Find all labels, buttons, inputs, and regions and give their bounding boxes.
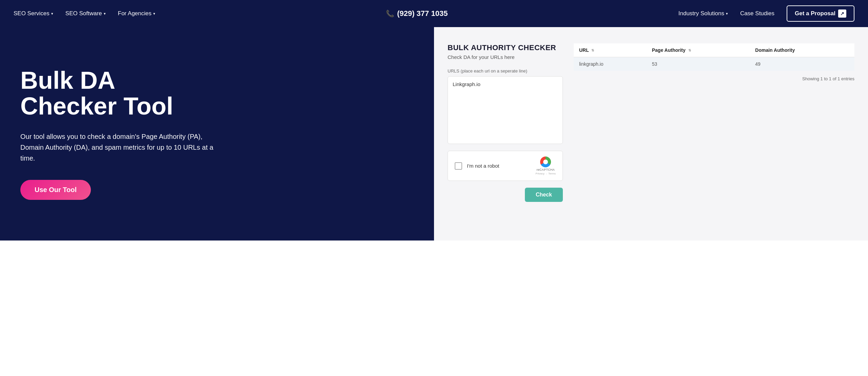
proposal-btn-label: Get a Proposal: [795, 10, 835, 17]
chevron-down-icon: ▾: [51, 12, 53, 16]
chevron-down-icon: ▾: [104, 12, 106, 16]
nav-industry-solutions[interactable]: Industry Solutions ▾: [678, 10, 728, 17]
hero-title: Bulk DAChecker Tool: [20, 68, 414, 119]
nav-seo-software[interactable]: SEO Software ▾: [65, 10, 106, 17]
recaptcha-privacy[interactable]: Privacy: [536, 172, 545, 175]
recaptcha-icon: [540, 156, 551, 167]
captcha-label: I'm not a robot: [467, 163, 531, 169]
results-table: URL ⇅ Page Authority ⇅ Domain Authority: [574, 43, 854, 71]
arrow-icon: ↗: [838, 9, 846, 18]
nav-left: SEO Services ▾ SEO Software ▾ For Agenci…: [14, 10, 155, 17]
recaptcha-terms[interactable]: Terms: [548, 172, 556, 175]
hero-left: Bulk DAChecker Tool Our tool allows you …: [0, 27, 434, 241]
captcha-checkbox[interactable]: [455, 162, 462, 170]
col-domain-authority-label: Domain Authority: [755, 47, 795, 53]
col-page-authority-label: Page Authority: [652, 47, 686, 53]
col-page-authority[interactable]: Page Authority ⇅: [647, 43, 750, 57]
col-url-label: URL: [579, 47, 589, 53]
table-header: URL ⇅ Page Authority ⇅ Domain Authority: [574, 43, 854, 57]
tool-subtitle: Check DA for your URLs here: [448, 54, 563, 60]
use-our-tool-button[interactable]: Use Our Tool: [20, 180, 91, 200]
cta-label: Use Our Tool: [35, 186, 77, 193]
nav-case-studies[interactable]: Case Studies: [740, 10, 774, 17]
col-url[interactable]: URL ⇅: [574, 43, 647, 57]
check-label: Check: [536, 192, 552, 197]
sort-arrow-pa: ⇅: [688, 49, 691, 52]
showing-entries: Showing 1 to 1 of 1 entries: [574, 76, 854, 81]
cell-page-authority: 53: [647, 57, 750, 71]
nav-seo-services-label: SEO Services: [14, 10, 50, 17]
navbar: SEO Services ▾ SEO Software ▾ For Agenci…: [0, 0, 868, 27]
recaptcha-inner: [543, 160, 548, 164]
phone-number: (929) 377 1035: [397, 9, 448, 18]
hero-section: Bulk DAChecker Tool Our tool allows you …: [0, 27, 868, 241]
nav-seo-software-label: SEO Software: [65, 10, 102, 17]
nav-industry-solutions-label: Industry Solutions: [678, 10, 724, 17]
get-proposal-button[interactable]: Get a Proposal ↗: [787, 5, 854, 22]
urls-textarea[interactable]: [448, 76, 563, 144]
phone-icon: 📞: [386, 9, 394, 18]
chevron-down-icon: ▾: [726, 12, 728, 16]
tool-title: BULK AUTHORITY CHECKER: [448, 43, 563, 52]
chevron-down-icon: ▾: [153, 12, 155, 16]
nav-case-studies-label: Case Studies: [740, 10, 774, 17]
nav-right: Industry Solutions ▾ Case Studies Get a …: [678, 5, 854, 22]
col-domain-authority: Domain Authority: [750, 43, 854, 57]
sort-arrow-url: ⇅: [591, 49, 594, 52]
recaptcha-brand: reCAPTCHA: [536, 168, 555, 171]
check-button[interactable]: Check: [525, 188, 563, 202]
nav-for-agencies-label: For Agencies: [118, 10, 152, 17]
urls-label-text: URLS: [448, 68, 459, 74]
urls-label: URLS (place each url on a seperate line): [448, 68, 563, 74]
hero-right: BULK AUTHORITY CHECKER Check DA for your…: [434, 27, 868, 241]
nav-for-agencies[interactable]: For Agencies ▾: [118, 10, 155, 17]
hero-description: Our tool allows you to check a domain's …: [20, 131, 224, 164]
captcha-widget: I'm not a robot reCAPTCHA Privacy - Term…: [448, 151, 563, 181]
table-row: linkgraph.io 53 49: [574, 57, 854, 71]
cell-url: linkgraph.io: [574, 57, 647, 71]
urls-hint: (place each url on a seperate line): [461, 68, 528, 74]
nav-seo-services[interactable]: SEO Services ▾: [14, 10, 53, 17]
nav-phone[interactable]: 📞 (929) 377 1035: [386, 9, 448, 18]
table-body: linkgraph.io 53 49: [574, 57, 854, 71]
cell-domain-authority: 49: [750, 57, 854, 71]
tool-panel: BULK AUTHORITY CHECKER Check DA for your…: [448, 43, 563, 202]
recaptcha-logo: reCAPTCHA Privacy - Terms: [536, 156, 556, 175]
table-header-row: URL ⇅ Page Authority ⇅ Domain Authority: [574, 43, 854, 57]
results-panel: URL ⇅ Page Authority ⇅ Domain Authority: [574, 43, 854, 81]
recaptcha-links: Privacy - Terms: [536, 172, 556, 175]
